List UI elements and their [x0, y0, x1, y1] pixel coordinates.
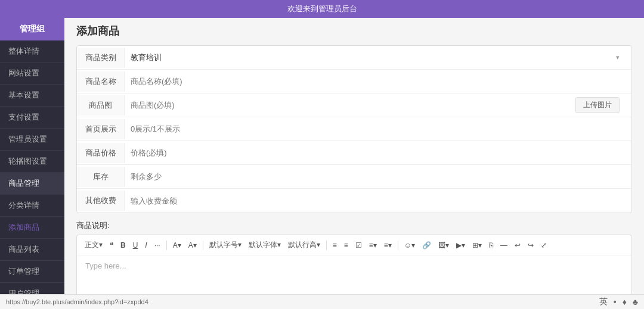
form-row-other-fees: 其他收费	[77, 189, 631, 213]
status-icon-1[interactable]: •	[614, 297, 617, 307]
main-layout: 管理组 整体详情 网站设置 基本设置 支付设置 管理员设置 轮播图设置 商品管理…	[0, 18, 644, 294]
form-row-price: 商品价格	[77, 141, 631, 165]
description-label: 商品说明:	[76, 220, 632, 231]
field-other-fees[interactable]	[125, 192, 631, 210]
toolbar-video[interactable]: ▶▾	[453, 240, 468, 251]
field-price[interactable]	[125, 143, 631, 162]
sidebar-item-admin-settings[interactable]: 管理员设置	[0, 129, 64, 151]
form-row-name: 商品名称	[77, 70, 631, 93]
category-select[interactable]: 教育培训	[131, 53, 626, 62]
toolbar-link[interactable]: 🔗	[419, 240, 434, 251]
product-price-input[interactable]	[131, 146, 626, 160]
form-row-category: 商品类别 教育培训 ▾	[77, 46, 631, 70]
other-fees-input[interactable]	[131, 194, 626, 208]
field-name[interactable]	[125, 72, 631, 90]
toolbar-code[interactable]: ⎘	[486, 240, 496, 251]
toolbar-font-color[interactable]: A▾	[170, 240, 184, 251]
toolbar-bg-color[interactable]: A▾	[185, 240, 200, 251]
homepage-display-input[interactable]	[131, 122, 626, 136]
editor-body[interactable]: Type here...	[77, 255, 631, 294]
toolbar-paragraph-style[interactable]: 正文▾	[82, 239, 106, 251]
toolbar-font-size[interactable]: 默认字号▾	[206, 239, 244, 251]
status-icon-3[interactable]: ♣	[633, 297, 638, 307]
toolbar-checklist[interactable]: ☑	[352, 240, 365, 251]
content-area: 添加商品 商品类别 教育培训 ▾ 商品名称	[64, 18, 644, 294]
toolbar-line-height[interactable]: 默认行高▾	[285, 239, 323, 251]
sidebar: 管理组 整体详情 网站设置 基本设置 支付设置 管理员设置 轮播图设置 商品管理…	[0, 18, 64, 294]
form-row-stock: 库存	[77, 165, 631, 189]
sidebar-item-add-product[interactable]: 添加商品	[0, 217, 64, 239]
toolbar-font-family[interactable]: 默认字体▾	[246, 239, 284, 251]
stock-input[interactable]	[131, 170, 626, 183]
label-homepage: 首页展示	[77, 119, 125, 139]
label-price: 商品价格	[77, 143, 125, 163]
toolbar-hr[interactable]: —	[497, 240, 510, 251]
toolbar-divider-1	[166, 241, 167, 250]
field-stock[interactable]	[125, 167, 631, 186]
sidebar-item-product-list[interactable]: 商品列表	[0, 239, 64, 261]
status-right: 英 • ♦ ♣	[599, 296, 638, 307]
label-category: 商品类别	[77, 48, 125, 68]
toolbar-table[interactable]: ⊞▾	[469, 240, 485, 251]
field-image: 上传图片	[125, 95, 631, 116]
product-name-input[interactable]	[131, 74, 626, 88]
sidebar-item-website-settings[interactable]: 网站设置	[0, 63, 64, 85]
toolbar-quote[interactable]: ❝	[107, 240, 116, 251]
sidebar-item-basic-settings[interactable]: 基本设置	[0, 85, 64, 107]
status-icon-2[interactable]: ♦	[623, 297, 627, 307]
toolbar-image[interactable]: 🖼▾	[435, 240, 452, 251]
toolbar-divider-2	[203, 241, 203, 250]
toolbar-redo[interactable]: ↪	[525, 240, 537, 251]
product-form: 商品类别 教育培训 ▾ 商品名称 商品	[76, 45, 632, 213]
toolbar-divider-4	[398, 241, 398, 250]
sidebar-item-overview[interactable]: 整体详情	[0, 40, 64, 63]
top-bar-title: 欢迎来到管理员后台	[287, 4, 357, 13]
toolbar-bold[interactable]: B	[117, 240, 129, 251]
sidebar-item-banner-settings[interactable]: 轮播图设置	[0, 151, 64, 173]
sidebar-item-user-manage[interactable]: 用户管理	[0, 283, 64, 294]
sidebar-item-order-manage[interactable]: 订单管理	[0, 261, 64, 283]
label-stock: 库存	[77, 167, 125, 187]
toolbar-indent[interactable]: ≡▾	[381, 240, 395, 251]
status-bar: https://buy2.bte.plus/admin/index.php?id…	[0, 294, 644, 309]
sidebar-item-category-detail[interactable]: 分类详情	[0, 195, 64, 217]
status-url: https://buy2.bte.plus/admin/index.php?id…	[6, 298, 148, 305]
top-bar: 欢迎来到管理员后台	[0, 0, 644, 18]
editor-toolbar: 正文▾ ❝ B U I ··· A▾ A▾ 默认字号▾ 默认字体▾ 默认行高▾ …	[77, 235, 631, 255]
toolbar-unordered-list[interactable]: ≡	[330, 240, 340, 251]
toolbar-undo[interactable]: ↩	[512, 240, 524, 251]
field-homepage[interactable]	[125, 120, 631, 138]
upload-image-button[interactable]: 上传图片	[575, 97, 620, 113]
page-title: 添加商品	[76, 24, 632, 38]
form-row-homepage: 首页展示	[77, 117, 631, 141]
form-row-image: 商品图 上传图片	[77, 93, 631, 117]
toolbar-underline[interactable]: U	[130, 240, 141, 251]
label-other-fees: 其他收费	[77, 191, 125, 211]
field-category[interactable]: 教育培训 ▾	[125, 51, 631, 64]
editor-placeholder: Type here...	[85, 261, 126, 270]
toolbar-ordered-list[interactable]: ≡	[341, 240, 351, 251]
toolbar-italic[interactable]: I	[142, 240, 150, 251]
status-lang[interactable]: 英	[599, 296, 608, 307]
sidebar-item-payment-settings[interactable]: 支付设置	[0, 107, 64, 129]
category-select-wrapper[interactable]: 教育培训 ▾	[131, 53, 626, 62]
description-section: 商品说明: 正文▾ ❝ B U I ··· A▾ A▾ 默认字号▾ 默认字体▾ …	[76, 220, 632, 294]
label-image: 商品图	[77, 95, 125, 116]
product-image-input[interactable]	[131, 98, 575, 112]
sidebar-title: 管理组	[0, 18, 64, 40]
toolbar-fullscreen[interactable]: ⤢	[538, 240, 550, 251]
toolbar-emoji[interactable]: ☺▾	[401, 240, 418, 251]
sidebar-item-product-manage[interactable]: 商品管理	[0, 173, 64, 195]
label-name: 商品名称	[77, 71, 125, 92]
toolbar-align[interactable]: ≡▾	[366, 240, 380, 251]
editor-card: 正文▾ ❝ B U I ··· A▾ A▾ 默认字号▾ 默认字体▾ 默认行高▾ …	[76, 235, 632, 294]
toolbar-divider-3	[326, 241, 327, 250]
toolbar-more[interactable]: ···	[151, 240, 163, 251]
